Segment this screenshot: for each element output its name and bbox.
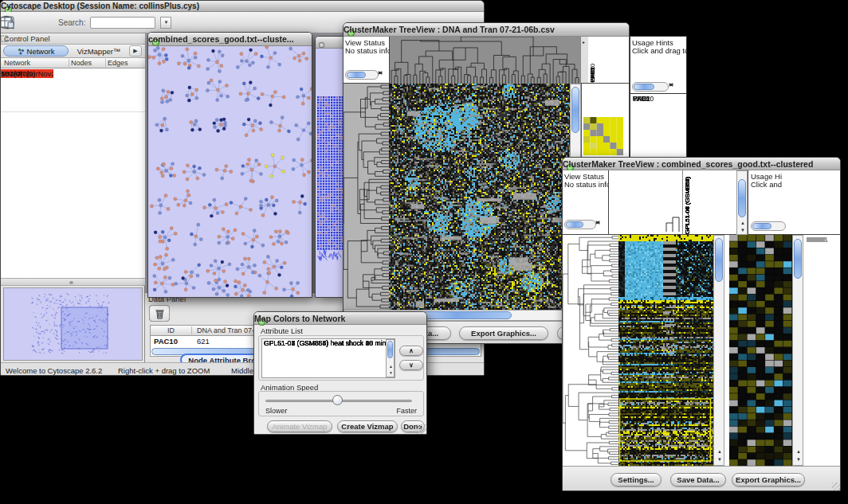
network-window2-titlebar[interactable] (316, 37, 344, 49)
tv2-heatmap-canvas[interactable] (618, 235, 713, 466)
col-id[interactable]: ID (151, 326, 192, 334)
tv2-column-labels: GPL51-01 (GSM854)GPL51-02 (GSM855)GPL51-… (682, 170, 736, 235)
delete-attribute-trash-icon[interactable] (149, 305, 170, 322)
col-edges[interactable]: Edges (106, 59, 145, 67)
status-welcome: Welcome to Cytoscape 2.6.2 (6, 366, 102, 375)
tv2-save-data-label: Save Data... (677, 475, 719, 484)
scroll-up-icon[interactable]: ▲ (717, 449, 722, 454)
main-window-title: Cytoscape Desktop (Session Name: collins… (1, 2, 199, 10)
tv2-usage-scrollbar[interactable] (751, 221, 786, 231)
tv2-heatmap-vscrollbar[interactable]: ▲ ▼ (713, 235, 724, 466)
resize-grip-icon[interactable] (832, 483, 841, 491)
attribute-listbox[interactable]: GPL51-01 (GSM854) heat shock 05 minGPL51… (261, 338, 395, 378)
treeview2-title: ClusterMaker TreeView : combined_scores_… (563, 159, 813, 169)
network-tab-icon (18, 48, 25, 55)
tv2-zoom-heatmap-canvas[interactable] (729, 235, 792, 466)
scroll-down-icon[interactable]: ▼ (717, 457, 722, 462)
tv2-status-scrollbar[interactable] (564, 220, 596, 229)
tv1-column-dendrogram-canvas[interactable] (390, 37, 580, 84)
tv1-gene-label[interactable]: PAC10 (633, 96, 654, 104)
main-titlebar[interactable]: Cytoscape Desktop (Session Name: collins… (1, 1, 484, 12)
network-window-titlebar[interactable]: combined_scores_good.txt--cluste... (148, 33, 312, 46)
dense-network-canvas[interactable] (316, 49, 344, 297)
animate-vizmap-label: Animate Vizmap (273, 422, 328, 431)
tv2-row-dendrogram-canvas[interactable] (563, 235, 619, 466)
birdseye-overview-canvas[interactable] (3, 287, 143, 361)
tv1-view-status-panel: View Status No status info f ◀ ▶ (344, 37, 390, 84)
chevron-right-icon: ▶ (133, 48, 137, 54)
scroll-down-icon[interactable]: ▼ (740, 228, 745, 232)
scroll-right-icon[interactable]: ▶ (379, 70, 383, 75)
tv2-column-label[interactable]: GPL51-08 (GSM872) (684, 177, 691, 234)
tv1-zoom-heatmap-canvas[interactable] (583, 117, 623, 155)
col-network[interactable]: Network (1, 59, 69, 67)
search-label: Search: (58, 18, 85, 27)
network-tree: combined_scores 2764(0) 16218(0) combine… (1, 68, 145, 111)
network-view-canvas[interactable] (148, 46, 312, 298)
tab-vizmapper-label: VizMapper™ (77, 47, 121, 56)
treeview1-titlebar[interactable]: ClusterMaker TreeView : DNA and Tran 07-… (344, 23, 629, 37)
scroll-up-icon[interactable]: ▲ (740, 221, 745, 225)
attribute-list-label: Attribute List (261, 326, 303, 335)
tab-vizmapper[interactable]: VizMapper™ (70, 45, 128, 57)
tv2-export-graphics-label: Export Graphics... (736, 475, 801, 484)
caret-up-icon: ∧ (409, 347, 414, 354)
control-panel-title: Control Panel (4, 34, 50, 43)
scroll-right-small-icon[interactable]: ▸ (583, 40, 585, 45)
tv1-usage-scrollbar[interactable] (632, 82, 669, 92)
scroll-up-icon[interactable]: ▲ (796, 449, 801, 454)
tv2-save-data-button[interactable]: Save Data... (670, 473, 726, 486)
tv1-export-graphics-label: Export Graphics... (471, 329, 536, 338)
faster-label: Faster (396, 407, 417, 415)
tv2-view-status-text: No status info f (564, 180, 614, 189)
tv2-settings-button[interactable]: Settings... (610, 473, 662, 486)
tv2-view-status-panel: View Status No status info f ◀ ▶ (563, 170, 609, 235)
tv1-top-gap (610, 37, 630, 84)
panel-divider[interactable] (1, 278, 145, 286)
tv2-gene-label[interactable]: MON2 (807, 236, 826, 244)
tv1-col-scroll-strip[interactable]: ▸ (580, 37, 588, 84)
create-vizmap-label: Create Vizmap (341, 422, 393, 431)
control-panel-tabs: Network VizMapper™ ▶ (1, 45, 145, 58)
scroll-down-icon[interactable]: ▼ (389, 370, 393, 375)
resize-grip-icon[interactable] (417, 424, 426, 434)
tv2-settings-label: Settings... (618, 475, 654, 484)
scroll-up-icon[interactable]: ▲ (389, 364, 393, 369)
tv1-heatmap-canvas[interactable] (389, 84, 570, 310)
move-attribute-down-button[interactable]: ∨ (399, 360, 423, 370)
tv1-export-graphics-button[interactable]: Export Graphics... (459, 326, 548, 340)
tv1-status-scrollbar[interactable] (345, 70, 379, 80)
attribute-list-scrollbar[interactable]: ▲ ▼ (386, 339, 395, 377)
tv1-view-status-text: No status info f (345, 46, 395, 55)
tv2-export-graphics-button[interactable]: Export Graphics... (732, 473, 805, 486)
tv1-column-label[interactable]: PAC10 (589, 64, 596, 83)
status-zoom-hint: Right-click + drag to ZOOM (118, 366, 210, 375)
search-input[interactable] (90, 17, 155, 29)
zoom-window-icon[interactable] (319, 42, 324, 48)
move-attribute-up-button[interactable]: ∧ (399, 346, 423, 356)
create-vizmap-button[interactable]: Create Vizmap (337, 420, 398, 432)
scroll-down-icon[interactable]: ▼ (796, 457, 801, 462)
treeview2-titlebar[interactable]: ClusterMaker TreeView : combined_scores_… (563, 158, 840, 170)
tv1-row-dendrogram-canvas[interactable] (344, 84, 390, 310)
animation-speed-group: Slower Faster (258, 391, 424, 416)
attribute-item[interactable]: GPL51-07 (GSM868) heat shock 60 min (264, 340, 386, 347)
tv2-labels-vscrollbar[interactable]: ▲ ▼ (736, 170, 748, 235)
control-panel: Control Panel Network VizMapper™ ▶ Netwo… (1, 33, 145, 362)
dialog-titlebar[interactable]: Map Colors to Network (254, 312, 426, 325)
network-view-window-2 (315, 36, 344, 298)
tabs-overflow-button[interactable]: ▶ (129, 45, 142, 57)
col-nodes[interactable]: Nodes (69, 59, 106, 67)
tv2-button-row: Settings... Save Data... Export Graphics… (563, 466, 841, 491)
scroll-right-icon[interactable]: ▶ (669, 82, 673, 87)
tv2-zoom-vscrollbar[interactable]: ▲ ▼ (792, 235, 803, 466)
speed-slider-thumb[interactable] (332, 395, 343, 405)
tv1-usage-hints-text: Click and drag tc (632, 46, 689, 55)
tab-network[interactable]: Network (3, 45, 69, 57)
search-combo-button[interactable]: ▼ (160, 17, 171, 29)
tv2-usage-hints-text: Click and (751, 180, 782, 189)
tv2-column-dendrogram-area[interactable] (609, 170, 682, 235)
tv1-column-labels: GIM5GIM4PFD1GIM3YKE2PAC10 (588, 37, 610, 84)
scroll-right-icon[interactable]: ▶ (596, 220, 600, 225)
control-panel-header: Control Panel (1, 33, 145, 45)
